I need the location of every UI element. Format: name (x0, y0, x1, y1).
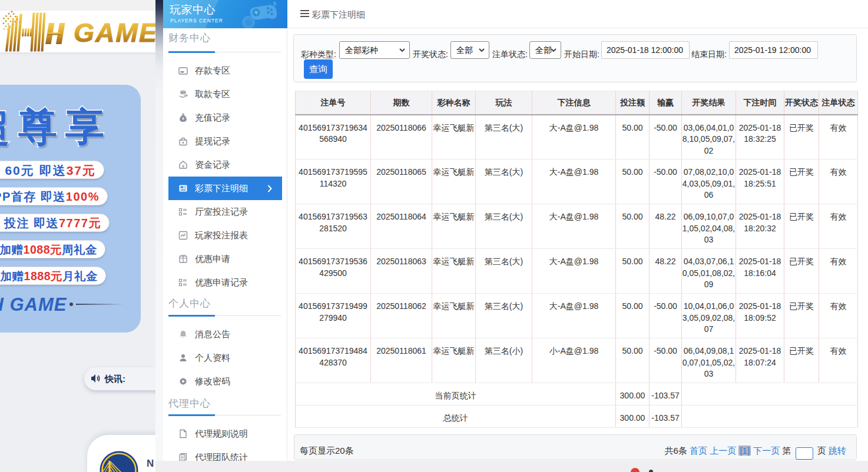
svg-text:¥: ¥ (181, 163, 185, 168)
svg-text:¥: ¥ (182, 117, 184, 121)
svg-text:GAME: GAME (74, 18, 155, 48)
